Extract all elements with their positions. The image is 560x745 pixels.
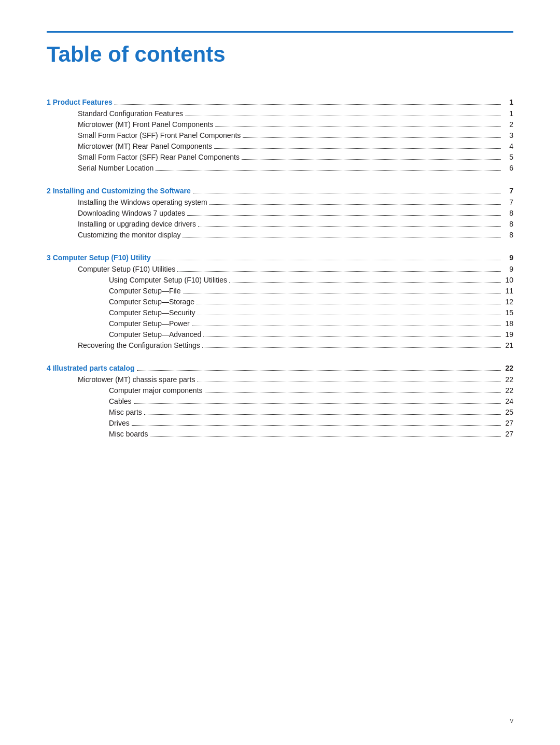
toc-entry[interactable]: Recovering the Configuration Settings21 xyxy=(47,341,513,349)
toc-entry[interactable]: Computer Setup—Storage12 xyxy=(47,298,513,306)
toc-dots xyxy=(197,382,501,382)
toc-dots xyxy=(153,260,501,260)
toc-entry[interactable]: Computer Setup—Advanced19 xyxy=(47,330,513,339)
toc-page-num: 5 xyxy=(503,153,513,161)
toc-dots xyxy=(215,126,501,127)
toc-entry[interactable]: Computer Setup—File11 xyxy=(47,287,513,295)
toc-entry[interactable]: Using Computer Setup (F10) Utilities10 xyxy=(47,276,513,284)
toc-dots xyxy=(197,304,501,304)
toc-entry-text: Installing or upgrading device drivers xyxy=(78,220,196,228)
toc-dots xyxy=(134,403,501,404)
toc-dots xyxy=(209,204,501,205)
toc-section: 1 Product Features1Standard Configuratio… xyxy=(47,98,513,172)
toc-entry[interactable]: Microtower (MT) Front Panel Components2 xyxy=(47,120,513,129)
toc-page-num: 9 xyxy=(503,254,513,262)
toc-page-num: 6 xyxy=(503,164,513,172)
toc-page-num: 8 xyxy=(503,231,513,239)
toc-dots xyxy=(214,148,501,149)
toc-entry-text: Downloading Windows 7 updates xyxy=(78,209,185,217)
toc-section: 3 Computer Setup (F10) Utility9Computer … xyxy=(47,254,513,349)
toc-entry[interactable]: Customizing the monitor display8 xyxy=(47,231,513,239)
toc-entry-text: Using Computer Setup (F10) Utilities xyxy=(109,276,227,284)
toc-dots xyxy=(242,159,501,160)
page-container: Table of contents 1 Product Features1Sta… xyxy=(0,0,560,494)
toc-page-num: 18 xyxy=(503,319,513,328)
toc-entry-text: Computer Setup—Security xyxy=(109,308,195,317)
toc-entry[interactable]: Standard Configuration Features1 xyxy=(47,109,513,118)
toc-dots xyxy=(137,370,501,371)
toc-entry[interactable]: 2 Installing and Customizing the Softwar… xyxy=(47,187,513,195)
toc-page-num: 27 xyxy=(503,419,513,427)
toc-entry[interactable]: 3 Computer Setup (F10) Utility9 xyxy=(47,254,513,262)
toc-entry[interactable]: Installing or upgrading device drivers8 xyxy=(47,220,513,228)
toc-entry-text: Cables xyxy=(109,397,132,405)
toc-entry[interactable]: Computer major components22 xyxy=(47,386,513,395)
toc-page-num: 27 xyxy=(503,430,513,438)
toc-entry-text: Standard Configuration Features xyxy=(78,109,183,118)
toc-dots xyxy=(132,425,501,426)
toc-entry-text: 2 Installing and Customizing the Softwar… xyxy=(47,187,191,195)
toc-content: 1 Product Features1Standard Configuratio… xyxy=(47,98,513,438)
toc-entry-text: Computer Setup (F10) Utilities xyxy=(78,265,175,273)
toc-page-num: 12 xyxy=(503,298,513,306)
toc-entry-text: Misc boards xyxy=(109,430,148,438)
toc-page-num: 9 xyxy=(503,265,513,273)
toc-entry[interactable]: Downloading Windows 7 updates8 xyxy=(47,209,513,217)
toc-dots xyxy=(229,282,501,283)
toc-entry[interactable]: Computer Setup (F10) Utilities9 xyxy=(47,265,513,273)
footer-label: v xyxy=(510,716,514,724)
toc-entry[interactable]: 4 Illustrated parts catalog22 xyxy=(47,364,513,372)
toc-page-num: 2 xyxy=(503,120,513,129)
toc-entry[interactable]: Misc boards27 xyxy=(47,430,513,438)
toc-page-num: 8 xyxy=(503,209,513,217)
toc-entry[interactable]: Installing the Windows operating system7 xyxy=(47,198,513,206)
toc-entry[interactable]: Serial Number Location6 xyxy=(47,164,513,172)
toc-dots xyxy=(198,226,501,227)
toc-entry[interactable]: Drives27 xyxy=(47,419,513,427)
toc-page-num: 7 xyxy=(503,198,513,206)
toc-dots xyxy=(198,315,501,315)
toc-dots xyxy=(185,116,501,116)
toc-dots xyxy=(177,271,501,272)
toc-entry-text: Installing the Windows operating system xyxy=(78,198,207,206)
toc-entry[interactable]: Cables24 xyxy=(47,397,513,405)
toc-entry[interactable]: 1 Product Features1 xyxy=(47,98,513,106)
toc-entry[interactable]: Small Form Factor (SFF) Front Panel Comp… xyxy=(47,131,513,139)
toc-section: 4 Illustrated parts catalog22Microtower … xyxy=(47,364,513,438)
toc-page-num: 21 xyxy=(503,341,513,349)
toc-dots xyxy=(202,347,501,348)
toc-page-num: 8 xyxy=(503,220,513,228)
toc-entry[interactable]: Computer Setup—Security15 xyxy=(47,308,513,317)
toc-entry-text: Drives xyxy=(109,419,130,427)
page-title: Table of contents xyxy=(47,42,513,67)
toc-entry-text: Small Form Factor (SFF) Front Panel Comp… xyxy=(78,131,241,139)
toc-entry-text: Computer Setup—File xyxy=(109,287,181,295)
toc-dots xyxy=(203,336,501,337)
toc-page-num: 3 xyxy=(503,131,513,139)
toc-entry-text: 4 Illustrated parts catalog xyxy=(47,364,135,372)
toc-entry-text: Serial Number Location xyxy=(78,164,153,172)
toc-page-num: 15 xyxy=(503,308,513,317)
toc-entry[interactable]: Misc parts25 xyxy=(47,408,513,416)
toc-entry-text: Small Form Factor (SFF) Rear Panel Compo… xyxy=(78,153,240,161)
toc-page-num: 1 xyxy=(503,109,513,118)
toc-section: 2 Installing and Customizing the Softwar… xyxy=(47,187,513,239)
toc-entry-text: Customizing the monitor display xyxy=(78,231,180,239)
toc-entry[interactable]: Microtower (MT) Rear Panel Components4 xyxy=(47,142,513,150)
toc-entry[interactable]: Microtower (MT) chassis spare parts22 xyxy=(47,375,513,384)
toc-entry-text: 1 Product Features xyxy=(47,98,113,106)
toc-dots xyxy=(150,436,501,437)
toc-dots xyxy=(205,392,501,393)
toc-page-num: 19 xyxy=(503,330,513,339)
toc-entry-text: Recovering the Configuration Settings xyxy=(78,341,200,349)
toc-page-num: 11 xyxy=(503,287,513,295)
toc-entry[interactable]: Computer Setup—Power18 xyxy=(47,319,513,328)
toc-page-num: 1 xyxy=(503,98,513,106)
toc-dots xyxy=(115,104,501,105)
toc-entry-text: Misc parts xyxy=(109,408,142,416)
toc-dots xyxy=(156,170,501,171)
toc-entry[interactable]: Small Form Factor (SFF) Rear Panel Compo… xyxy=(47,153,513,161)
toc-page-num: 4 xyxy=(503,142,513,150)
toc-dots xyxy=(183,293,501,293)
toc-dots xyxy=(192,326,501,326)
